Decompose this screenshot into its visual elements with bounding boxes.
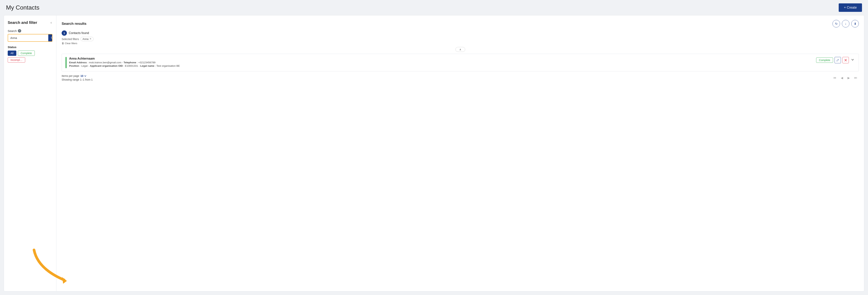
contact-telephone: +32123456789 (138, 61, 155, 64)
sidebar: Search and filter ‹ Search ? Status All … (4, 15, 56, 291)
clear-filters-row[interactable]: 🗑 Clear filters (62, 42, 859, 45)
collapse-panel-button[interactable]: ∧ (456, 47, 465, 52)
edit-contact-button[interactable] (835, 57, 841, 63)
contact-actions: Complete (816, 57, 855, 63)
status-incomplete-button[interactable]: Incompl… (8, 57, 25, 63)
create-button[interactable]: + Create (839, 3, 862, 12)
delete-contact-button[interactable] (842, 57, 849, 63)
svg-line-3 (838, 59, 838, 60)
contact-status-bar (66, 57, 66, 68)
email-label: Email Address (69, 61, 87, 64)
pagination-bar: Items per page 10 Showing range 1–1 from… (62, 75, 859, 81)
content-topbar: Search results ↻ ↓ ⬇ (62, 20, 859, 27)
pagination-nav: ⏮ ◀ ▶ ⏭ (832, 75, 859, 81)
next-page-icon: ▶ (847, 76, 850, 80)
search-icon (51, 36, 53, 39)
collapse-sidebar-button[interactable]: ‹ (50, 20, 53, 25)
search-button[interactable] (48, 34, 53, 41)
refresh-button[interactable]: ↻ (833, 20, 840, 27)
items-per-page-label: Items per page (62, 75, 79, 78)
next-page-button[interactable]: ▶ (846, 75, 851, 81)
last-page-button[interactable]: ⏭ (853, 75, 859, 80)
telephone-separator: - (122, 61, 124, 64)
search-help-icon[interactable]: ? (18, 29, 21, 32)
contact-org-row: Position : Legal - Applicant organisatio… (69, 64, 813, 67)
status-complete-button[interactable]: Complete (18, 51, 35, 56)
download-icon: ⬇ (854, 22, 856, 26)
first-page-button[interactable]: ⏮ (832, 75, 838, 80)
collapse-panel-row: ∧ (62, 47, 859, 52)
sidebar-header: Search and filter ‹ (8, 20, 53, 25)
contact-complete-badge[interactable]: Complete (816, 58, 833, 63)
download-button[interactable]: ⬇ (851, 20, 859, 27)
prev-page-button[interactable]: ◀ (839, 75, 844, 81)
per-page-value: 10 (81, 75, 84, 78)
contacts-count-badge: 1 (62, 30, 67, 36)
contact-info: Anna Achternaam Email Address : mob.trai… (69, 57, 813, 68)
telephone-label: Telephone (124, 61, 136, 64)
sort-button[interactable]: ↓ (842, 20, 849, 27)
filter-chip-label: Anna (83, 37, 89, 40)
search-results-title: Search results (62, 22, 86, 26)
expand-contact-button[interactable] (850, 58, 855, 63)
filters-row: Selected filters Anna ✕ (62, 37, 859, 41)
contact-email: mob.trainxx.ben@gmail.com (89, 61, 121, 64)
status-label: Status (8, 46, 53, 49)
contact-org-oid: E10001331 (125, 64, 138, 67)
search-box-wrapper (8, 34, 53, 42)
refresh-icon: ↻ (835, 22, 838, 26)
legal-name-label: Legal name (141, 64, 154, 67)
main-layout: Search and filter ‹ Search ? Status All … (0, 15, 868, 295)
prev-page-icon: ◀ (841, 76, 843, 80)
sidebar-title: Search and filter (8, 21, 37, 25)
chevron-down-small-icon (84, 75, 86, 77)
items-per-page: Items per page 10 (62, 75, 93, 78)
edit-icon (836, 59, 839, 61)
last-page-icon: ⏭ (854, 76, 857, 79)
page-header: My Contacts + Create (0, 0, 868, 15)
search-label-row: Search ? (8, 29, 53, 32)
filters-label: Selected filters (62, 37, 79, 40)
icon-btn-group: ↻ ↓ ⬇ (833, 20, 859, 27)
contact-position: Legal (81, 64, 88, 67)
position-label: Position (69, 64, 79, 67)
sort-icon: ↓ (845, 22, 846, 25)
contacts-found-text: Contacts found (69, 31, 89, 35)
clear-filters-label: Clear filters (65, 42, 77, 45)
contact-name: Anna Achternaam (69, 57, 813, 60)
filter-chip-remove[interactable]: ✕ (89, 38, 92, 40)
delete-icon (844, 59, 847, 61)
page-title: My Contacts (6, 4, 39, 11)
contact-legal-name: Test organisation BE (156, 64, 180, 67)
search-input[interactable] (8, 34, 48, 41)
pagination-left: Items per page 10 Showing range 1–1 from… (62, 75, 93, 81)
search-label: Search (8, 29, 17, 32)
contact-card: Anna Achternaam Email Address : mob.trai… (62, 54, 859, 71)
status-buttons: All Complete Incompl… (8, 51, 53, 63)
chevron-down-icon (851, 58, 854, 61)
org-oid-label: Applicant organisation OID (90, 64, 123, 67)
filter-chip-anna: Anna ✕ (81, 37, 94, 41)
contact-email-row: Email Address : mob.trainxx.ben@gmail.co… (69, 61, 813, 64)
first-page-icon: ⏮ (833, 76, 836, 79)
range-info: Showing range 1–1 from 1 (62, 78, 93, 81)
svg-point-0 (51, 37, 53, 38)
per-page-select[interactable]: 10 (81, 75, 86, 78)
contacts-found-row: 1 Contacts found (62, 30, 859, 36)
status-all-button[interactable]: All (8, 51, 17, 56)
clear-filters-icon: 🗑 (62, 42, 64, 45)
content-area: Search results ↻ ↓ ⬇ 1 Contacts found Se… (56, 15, 864, 291)
